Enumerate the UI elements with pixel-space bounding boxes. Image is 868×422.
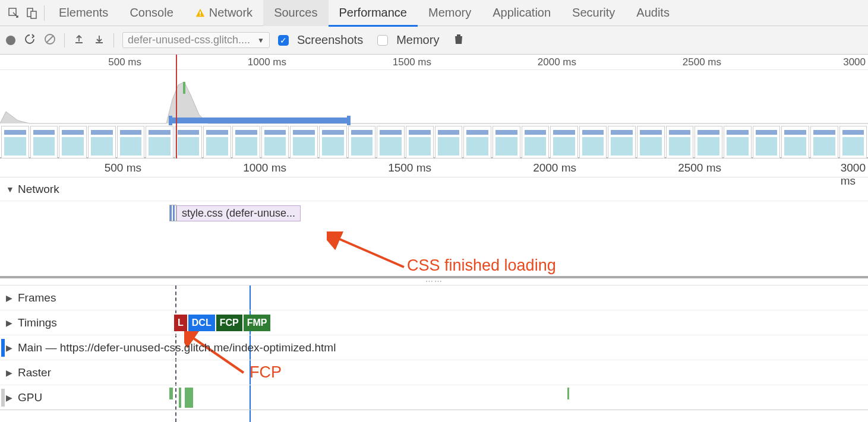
filmstrip [0,125,868,158]
timings-track-label: Timings [18,316,57,329]
separator [44,5,45,21]
filmstrip-frame[interactable] [88,126,116,158]
network-track-header[interactable]: ▼ Network [0,177,868,201]
filmstrip-frame[interactable] [377,126,405,158]
svg-rect-7 [183,82,185,94]
main-tick: 500 ms [105,161,144,174]
clear-button[interactable] [44,33,56,47]
overview-ruler: 500 ms 1000 ms 1500 ms 2000 ms 2500 ms 3… [0,55,868,70]
disclosure-right-icon: ▶ [6,318,14,328]
filmstrip-frame[interactable] [637,126,665,158]
gpu-track[interactable]: ▶ GPU [0,385,868,410]
timing-badges: L DCL FCP FMP [174,315,270,331]
filmstrip-frame[interactable] [579,126,607,158]
overview-tick: 500 ms [108,56,144,68]
gpu-bars [169,388,193,408]
filmstrip-frame[interactable] [261,126,289,158]
timings-track[interactable]: ▶ Timings L DCL FCP FMP [0,310,868,335]
filmstrip-frame[interactable] [59,126,87,158]
filmstrip-frame[interactable] [753,126,781,158]
overview-timeline[interactable]: 500 ms 1000 ms 1500 ms 2000 ms 2500 ms 3… [0,55,868,158]
filmstrip-frame[interactable] [550,126,578,158]
main-tick: 1000 ms [243,161,289,174]
tab-memory[interactable]: Memory [418,0,482,26]
download-button[interactable] [93,33,105,47]
tab-network[interactable]: Network [184,0,263,26]
filmstrip-frame[interactable] [608,126,636,158]
performance-toolbar: defer-unused-css.glitch.... ▼ ✓ Screensh… [0,26,868,55]
tab-console[interactable]: Console [119,0,184,26]
main-tick: 1500 ms [388,161,434,174]
memory-label: Memory [396,33,439,47]
inspect-icon[interactable] [5,4,23,22]
network-track-content[interactable]: style.css (defer-unuse... [0,201,868,226]
timing-badge-fcp[interactable]: FCP [216,315,242,331]
disclosure-right-icon: ▶ [6,393,14,402]
filmstrip-frame[interactable] [666,126,694,158]
load-marker [176,55,177,158]
overview-tick: 2000 ms [538,56,579,68]
filmstrip-frame[interactable] [695,126,722,158]
filmstrip-frame[interactable] [290,126,318,158]
disclosure-right-icon: ▶ [6,368,14,377]
tab-audits[interactable]: Audits [626,0,680,26]
separator [113,33,114,47]
filmstrip-frame[interactable] [463,126,491,158]
record-button[interactable] [6,36,15,45]
filmstrip-frame[interactable] [30,126,58,158]
filmstrip-frame[interactable] [810,126,838,158]
svg-rect-4 [200,14,201,15]
chevron-down-icon: ▼ [257,36,264,45]
tab-performance[interactable]: Performance [329,0,418,26]
selection-handle-left[interactable] [169,116,172,125]
filmstrip-frame[interactable] [117,126,145,158]
filmstrip-frame[interactable] [232,126,260,158]
overview-tick: 1500 ms [393,56,434,68]
overview-tick: 1000 ms [248,56,289,68]
filmstrip-frame[interactable] [406,126,434,158]
disclosure-right-icon: ▶ [6,343,14,353]
filmstrip-frame[interactable] [146,126,173,158]
resize-grip[interactable]: ⋯⋯ [0,277,868,285]
network-request-bar[interactable]: style.css (defer-unuse... [169,205,301,221]
main-tick: 2000 ms [533,161,579,174]
filmstrip-frame[interactable] [781,126,809,158]
raster-track[interactable]: ▶ Raster [0,360,868,385]
tab-security[interactable]: Security [561,0,626,26]
filmstrip-frame[interactable] [1,126,29,158]
filmstrip-frame[interactable] [203,126,231,158]
tab-elements[interactable]: Elements [48,0,119,26]
filmstrip-frame[interactable] [319,126,347,158]
disclosure-right-icon: ▶ [6,293,14,303]
network-spacer [0,226,868,277]
filmstrip-frame[interactable] [522,126,550,158]
filmstrip-frame[interactable] [724,126,752,158]
reload-button[interactable] [24,33,36,47]
tab-sources[interactable]: Sources [263,0,328,26]
memory-checkbox[interactable] [377,35,388,46]
tracks-panel: ▼ Network style.css (defer-unuse... ⋯⋯ ▶… [0,177,868,410]
gpu-track-label: GPU [18,391,42,404]
screenshots-checkbox[interactable]: ✓ [278,35,289,46]
delete-button[interactable] [453,33,464,47]
svg-rect-3 [200,11,201,14]
filmstrip-frame[interactable] [348,126,376,158]
filmstrip-frame[interactable] [493,126,520,158]
timing-badge-fmp[interactable]: FMP [244,315,271,331]
disclosure-down-icon: ▼ [6,185,14,194]
overview-graph [0,70,868,125]
main-track[interactable]: ▶ Main — https://defer-unused-css.glitch… [0,335,868,360]
device-icon[interactable] [23,4,40,22]
timing-badge-load[interactable]: L [174,315,187,331]
network-request-label: style.css (defer-unuse... [176,205,301,221]
filmstrip-frame[interactable] [839,126,867,158]
timing-badge-dcl[interactable]: DCL [188,315,215,331]
upload-button[interactable] [73,33,85,47]
tab-application[interactable]: Application [482,0,561,26]
overview-selection[interactable] [171,118,349,123]
filmstrip-frame[interactable] [435,126,463,158]
frames-track[interactable]: ▶ Frames [0,285,868,310]
filmstrip-frame[interactable] [175,126,203,158]
recording-select[interactable]: defer-unused-css.glitch.... ▼ [122,32,270,48]
selection-handle-right[interactable] [347,116,351,125]
